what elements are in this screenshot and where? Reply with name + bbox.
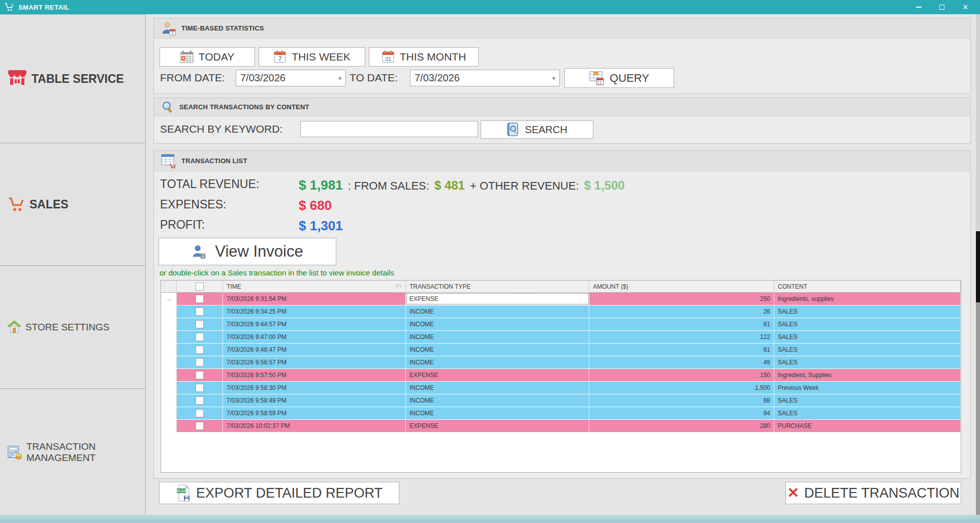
cell-content[interactable]: SALES [774,394,961,407]
search-button[interactable]: SEARCH [481,120,593,139]
this-week-button[interactable]: 7 THIS WEEK [259,47,365,67]
cell-time[interactable]: 7/03/2026 9:31:54 PM [223,293,406,305]
this-month-button[interactable]: 31 THIS MONTH [369,47,479,67]
column-header-content[interactable]: CONTENT [774,281,961,292]
column-header-amount[interactable]: AMOUNT ($) [589,281,774,292]
cell-type[interactable]: INCOME [406,331,589,343]
cell-amount[interactable]: 68 [589,394,774,407]
row-checkbox-cell[interactable] [177,305,223,318]
row-checkbox-cell[interactable] [177,369,223,381]
query-button[interactable]: QUERY [564,68,674,88]
table-row[interactable]: 7/03/2026 9:34:25 PM INCOME 26 SALES [161,305,961,318]
cell-amount[interactable]: 94 [589,407,774,419]
cell-amount[interactable]: 26 [589,305,774,318]
table-row[interactable]: 7/03/2026 9:57:50 PM EXPENSE 150 Ingredi… [161,369,961,382]
cell-time[interactable]: 7/03/2026 9:58:59 PM [223,407,406,419]
from-date-picker[interactable]: 7/03/2026 ▾ [236,70,346,86]
cell-content[interactable]: SALES [774,344,961,356]
row-checkbox-cell[interactable] [177,293,223,305]
close-button[interactable]: ✕ [954,0,977,14]
row-checkbox[interactable] [196,409,204,417]
select-all-checkbox[interactable] [196,283,204,291]
row-checkbox[interactable] [196,333,204,341]
minimize-button[interactable] [907,0,930,14]
column-header-time[interactable]: TIME [223,281,406,292]
cell-amount[interactable]: 250 [589,293,774,305]
row-checkbox-cell[interactable] [177,382,223,394]
row-checkbox-cell[interactable] [177,394,223,407]
row-checkbox[interactable] [196,384,204,392]
row-checkbox-cell[interactable] [177,420,223,432]
cell-amount[interactable]: 1,500 [589,382,774,394]
export-report-button[interactable]: XLSX EXPORT DETAILED REPORT [159,482,399,504]
keyword-input[interactable] [300,121,478,137]
table-row[interactable]: 7/03/2026 9:47:00 PM INCOME 122 SALES [161,331,961,344]
cell-time[interactable]: 7/03/2026 9:58:49 PM [223,394,406,407]
table-row[interactable]: 7/03/2026 9:58:49 PM INCOME 68 SALES [161,394,961,407]
row-checkbox[interactable] [196,358,204,366]
cell-amount[interactable]: 280 [589,420,774,432]
row-checkbox-cell[interactable] [177,344,223,356]
cell-time[interactable]: 7/03/2026 9:47:00 PM [223,331,406,343]
cell-content[interactable]: PURCHASE [774,420,961,432]
select-all-checkbox-cell[interactable] [177,281,223,292]
sidebar-item-sales[interactable]: SALES [0,143,146,266]
row-checkbox-cell[interactable] [177,407,223,419]
cell-type[interactable]: INCOME [406,407,589,419]
cell-time[interactable]: 7/03/2026 9:34:25 PM [223,305,406,318]
view-invoice-button[interactable]: View Invoice [159,238,336,265]
column-header-type[interactable]: TRANSACTION TYPE [406,281,589,292]
table-row[interactable]: 7/03/2026 9:56:57 PM INCOME 49 SALES [161,356,961,369]
cell-type[interactable]: INCOME [406,305,589,318]
cell-amount[interactable]: 61 [589,344,774,356]
cell-type[interactable]: INCOME [406,382,589,394]
cell-type[interactable]: INCOME [406,344,589,356]
cell-amount[interactable]: 61 [589,318,774,330]
today-button[interactable]: TODAY [160,47,255,67]
cell-type[interactable]: EXPENSE [406,369,589,381]
sidebar-item-store-settings[interactable]: STORE SETTINGS [0,266,146,389]
cell-time[interactable]: 7/03/2026 9:48:47 PM [223,344,406,356]
cell-amount[interactable]: 49 [589,356,774,368]
row-checkbox[interactable] [196,320,204,328]
row-checkbox[interactable] [196,295,204,303]
cell-type[interactable]: EXPENSE [406,420,589,432]
table-row[interactable]: 7/03/2026 9:58:30 PM INCOME 1,500 Previo… [161,382,961,394]
cell-amount[interactable]: 122 [589,331,774,343]
row-checkbox[interactable] [196,396,204,405]
vertical-scrollbar[interactable] [976,14,980,515]
cell-type[interactable]: INCOME [406,394,589,407]
cell-type[interactable]: EXPENSE [406,293,589,305]
cell-content[interactable]: SALES [774,331,961,343]
to-date-picker[interactable]: 7/03/2026 ▾ [410,70,560,86]
cell-content[interactable]: Ingredient, Supplies [774,369,961,381]
delete-transaction-button[interactable]: ✕ DELETE TRANSACTION [785,482,961,504]
cell-type[interactable]: INCOME [406,318,589,330]
sidebar-item-table-service[interactable]: TABLE SERVICE [0,15,146,143]
row-checkbox[interactable] [196,346,204,354]
row-checkbox-cell[interactable] [177,356,223,368]
cell-content[interactable]: Previous Week [774,382,961,394]
cell-type[interactable]: INCOME [406,356,589,368]
table-row[interactable]: 7/03/2026 9:48:47 PM INCOME 61 SALES [161,344,961,356]
table-row[interactable]: 7/03/2026 9:44:57 PM INCOME 61 SALES [161,318,961,331]
table-row[interactable]: 7/03/2026 10:02:37 PM EXPENSE 280 PURCHA… [161,420,961,433]
table-row[interactable]: → 7/03/2026 9:31:54 PM EXPENSE 250 Ingre… [161,293,961,305]
row-checkbox[interactable] [196,371,204,379]
cell-content[interactable]: SALES [774,356,961,368]
row-checkbox[interactable] [196,422,204,430]
sidebar-item-transaction-management[interactable]: TRANSACTION MANAGEMENT [0,389,146,515]
cell-time[interactable]: 7/03/2026 10:02:37 PM [223,420,406,432]
cell-content[interactable]: SALES [774,305,961,318]
cell-time[interactable]: 7/03/2026 9:44:57 PM [223,318,406,330]
row-checkbox-cell[interactable] [177,318,223,330]
cell-content[interactable]: SALES [774,407,961,419]
cell-time[interactable]: 7/03/2026 9:56:57 PM [223,356,406,368]
cell-time[interactable]: 7/03/2026 9:58:30 PM [223,382,406,394]
scrollbar-thumb[interactable] [976,231,980,302]
cell-amount[interactable]: 150 [589,369,774,381]
cell-time[interactable]: 7/03/2026 9:57:50 PM [223,369,406,381]
row-checkbox-cell[interactable] [177,331,223,343]
cell-content[interactable]: Ingredients, supplies [774,293,961,305]
cell-content[interactable]: SALES [774,318,961,330]
